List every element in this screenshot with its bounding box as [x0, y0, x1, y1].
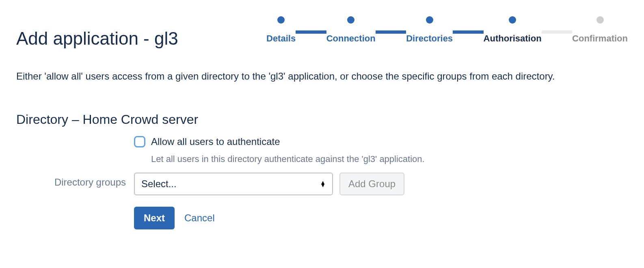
directory-groups-select[interactable]: Select... ▲ ▼	[134, 173, 333, 195]
step-label-confirmation: Confirmation	[572, 33, 628, 44]
step-line	[376, 30, 406, 34]
progress-stepper: Details Connection Directories Authorisa…	[266, 16, 628, 44]
add-group-button[interactable]: Add Group	[339, 173, 404, 195]
allow-all-label: Allow all users to authenticate	[151, 136, 280, 147]
allow-all-checkbox[interactable]	[134, 136, 145, 147]
step-dot-details	[277, 16, 285, 24]
step-dot-connection	[347, 16, 354, 24]
step-label-details[interactable]: Details	[266, 33, 296, 44]
step-label-directories[interactable]: Directories	[406, 33, 453, 44]
directory-heading: Directory – Home Crowd server	[16, 112, 628, 127]
select-placeholder: Select...	[141, 178, 177, 190]
step-dot-authorisation	[509, 16, 516, 24]
select-arrows-icon: ▲ ▼	[320, 181, 326, 187]
step-dot-directories	[426, 16, 433, 24]
step-dot-confirmation	[596, 16, 604, 24]
next-button[interactable]: Next	[134, 207, 175, 229]
step-label-authorisation: Authorisation	[484, 33, 542, 44]
directory-groups-label: Directory groups	[16, 173, 134, 188]
step-line	[453, 30, 484, 34]
step-label-connection[interactable]: Connection	[326, 33, 376, 44]
step-line	[542, 30, 573, 34]
cancel-button[interactable]: Cancel	[184, 212, 215, 224]
step-line	[296, 30, 326, 34]
page-title: Add application - gl3	[16, 28, 178, 49]
intro-text: Either 'allow all' users access from a g…	[16, 69, 585, 84]
allow-all-helper: Let all users in this directory authenti…	[151, 154, 628, 164]
